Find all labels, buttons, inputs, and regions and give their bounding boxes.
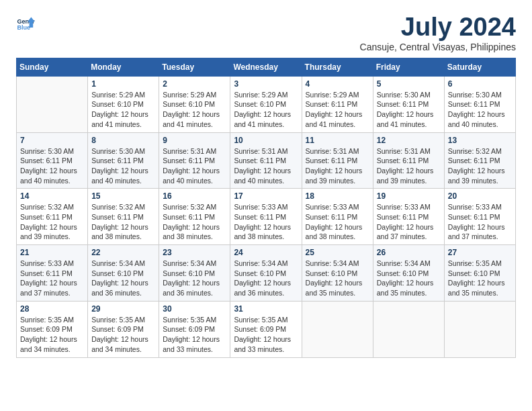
calendar-cell (302, 301, 373, 357)
calendar-cell: 16Sunrise: 5:32 AM Sunset: 6:11 PM Dayli… (159, 189, 230, 245)
calendar-cell: 6Sunrise: 5:30 AM Sunset: 6:11 PM Daylig… (444, 76, 515, 132)
calendar-cell: 8Sunrise: 5:30 AM Sunset: 6:11 PM Daylig… (88, 132, 159, 189)
calendar-body: 1Sunrise: 5:29 AM Sunset: 6:10 PM Daylig… (17, 76, 516, 357)
day-number: 14 (20, 191, 84, 201)
calendar-cell: 17Sunrise: 5:33 AM Sunset: 6:11 PM Dayli… (230, 189, 302, 245)
day-number: 28 (20, 304, 84, 314)
calendar-cell: 11Sunrise: 5:31 AM Sunset: 6:11 PM Dayli… (302, 132, 373, 189)
day-info: Sunrise: 5:29 AM Sunset: 6:10 PM Dayligh… (234, 90, 298, 130)
day-number: 27 (448, 248, 512, 257)
day-info: Sunrise: 5:33 AM Sunset: 6:11 PM Dayligh… (448, 202, 512, 242)
calendar-cell: 19Sunrise: 5:33 AM Sunset: 6:11 PM Dayli… (373, 189, 444, 245)
day-number: 6 (448, 79, 512, 89)
calendar-table: Sunday Monday Tuesday Wednesday Thursday… (16, 58, 516, 358)
calendar-cell: 31Sunrise: 5:35 AM Sunset: 6:09 PM Dayli… (230, 301, 302, 357)
day-number: 8 (91, 136, 155, 145)
calendar-cell (373, 301, 444, 357)
calendar-cell: 10Sunrise: 5:31 AM Sunset: 6:11 PM Dayli… (230, 132, 302, 189)
logo: General Blue (16, 13, 35, 32)
calendar-week-row: 7Sunrise: 5:30 AM Sunset: 6:11 PM Daylig… (17, 132, 516, 189)
calendar-week-row: 1Sunrise: 5:29 AM Sunset: 6:10 PM Daylig… (17, 76, 516, 132)
page-header: General Blue July 2024 Cansuje, Central … (16, 13, 516, 52)
day-info: Sunrise: 5:29 AM Sunset: 6:10 PM Dayligh… (163, 90, 226, 130)
day-info: Sunrise: 5:29 AM Sunset: 6:10 PM Dayligh… (91, 90, 155, 130)
calendar-cell: 13Sunrise: 5:32 AM Sunset: 6:11 PM Dayli… (444, 132, 515, 189)
calendar-week-row: 28Sunrise: 5:35 AM Sunset: 6:09 PM Dayli… (17, 301, 516, 357)
day-number: 7 (20, 136, 84, 145)
day-info: Sunrise: 5:35 AM Sunset: 6:09 PM Dayligh… (163, 315, 226, 355)
col-sunday: Sunday (17, 58, 88, 76)
calendar-cell: 29Sunrise: 5:35 AM Sunset: 6:09 PM Dayli… (88, 301, 159, 357)
day-info: Sunrise: 5:29 AM Sunset: 6:11 PM Dayligh… (306, 90, 369, 130)
day-info: Sunrise: 5:34 AM Sunset: 6:10 PM Dayligh… (377, 259, 441, 298)
day-info: Sunrise: 5:34 AM Sunset: 6:10 PM Dayligh… (234, 259, 298, 298)
title-area: July 2024 Cansuje, Central Visayas, Phil… (360, 13, 516, 52)
day-info: Sunrise: 5:34 AM Sunset: 6:10 PM Dayligh… (163, 259, 226, 298)
calendar-cell: 15Sunrise: 5:32 AM Sunset: 6:11 PM Dayli… (88, 189, 159, 245)
day-number: 10 (234, 136, 298, 145)
header-row: Sunday Monday Tuesday Wednesday Thursday… (17, 58, 516, 76)
col-friday: Friday (373, 58, 444, 76)
day-number: 4 (306, 79, 369, 89)
day-info: Sunrise: 5:30 AM Sunset: 6:11 PM Dayligh… (91, 146, 155, 186)
day-number: 21 (20, 248, 84, 257)
day-number: 25 (306, 248, 369, 257)
day-number: 1 (91, 79, 155, 89)
calendar-week-row: 21Sunrise: 5:33 AM Sunset: 6:11 PM Dayli… (17, 245, 516, 302)
col-wednesday: Wednesday (230, 58, 302, 76)
day-number: 15 (91, 191, 155, 201)
day-info: Sunrise: 5:30 AM Sunset: 6:11 PM Dayligh… (377, 90, 441, 130)
day-info: Sunrise: 5:31 AM Sunset: 6:11 PM Dayligh… (163, 146, 226, 186)
day-number: 20 (448, 191, 512, 201)
calendar-cell: 18Sunrise: 5:33 AM Sunset: 6:11 PM Dayli… (302, 189, 373, 245)
calendar-cell: 20Sunrise: 5:33 AM Sunset: 6:11 PM Dayli… (444, 189, 515, 245)
day-number: 17 (234, 191, 298, 201)
day-number: 26 (377, 248, 441, 257)
day-number: 5 (377, 79, 441, 89)
day-number: 12 (377, 136, 441, 145)
day-info: Sunrise: 5:33 AM Sunset: 6:11 PM Dayligh… (20, 259, 84, 298)
day-number: 22 (91, 248, 155, 257)
location-subtitle: Cansuje, Central Visayas, Philippines (360, 42, 516, 52)
day-info: Sunrise: 5:31 AM Sunset: 6:11 PM Dayligh… (377, 146, 441, 186)
day-number: 9 (163, 136, 226, 145)
calendar-cell: 23Sunrise: 5:34 AM Sunset: 6:10 PM Dayli… (159, 245, 230, 302)
calendar-cell (444, 301, 515, 357)
day-number: 24 (234, 248, 298, 257)
day-info: Sunrise: 5:34 AM Sunset: 6:10 PM Dayligh… (306, 259, 369, 298)
calendar-cell: 30Sunrise: 5:35 AM Sunset: 6:09 PM Dayli… (159, 301, 230, 357)
day-info: Sunrise: 5:32 AM Sunset: 6:11 PM Dayligh… (20, 202, 84, 242)
calendar-cell: 26Sunrise: 5:34 AM Sunset: 6:10 PM Dayli… (373, 245, 444, 302)
day-number: 23 (163, 248, 226, 257)
calendar-cell (17, 76, 88, 132)
day-info: Sunrise: 5:35 AM Sunset: 6:09 PM Dayligh… (91, 315, 155, 355)
day-number: 31 (234, 304, 298, 314)
day-number: 30 (163, 304, 226, 314)
col-monday: Monday (88, 58, 159, 76)
day-number: 2 (163, 79, 226, 89)
calendar-cell: 28Sunrise: 5:35 AM Sunset: 6:09 PM Dayli… (17, 301, 88, 357)
col-tuesday: Tuesday (159, 58, 230, 76)
day-info: Sunrise: 5:33 AM Sunset: 6:11 PM Dayligh… (306, 202, 369, 242)
day-info: Sunrise: 5:32 AM Sunset: 6:11 PM Dayligh… (163, 202, 226, 242)
logo-icon: General Blue (16, 13, 35, 32)
day-number: 18 (306, 191, 369, 201)
calendar-cell: 7Sunrise: 5:30 AM Sunset: 6:11 PM Daylig… (17, 132, 88, 189)
day-info: Sunrise: 5:34 AM Sunset: 6:10 PM Dayligh… (91, 259, 155, 298)
day-info: Sunrise: 5:32 AM Sunset: 6:11 PM Dayligh… (91, 202, 155, 242)
day-number: 3 (234, 79, 298, 89)
col-thursday: Thursday (302, 58, 373, 76)
day-number: 16 (163, 191, 226, 201)
calendar-cell: 12Sunrise: 5:31 AM Sunset: 6:11 PM Dayli… (373, 132, 444, 189)
day-info: Sunrise: 5:30 AM Sunset: 6:11 PM Dayligh… (20, 146, 84, 186)
calendar-cell: 5Sunrise: 5:30 AM Sunset: 6:11 PM Daylig… (373, 76, 444, 132)
day-number: 19 (377, 191, 441, 201)
day-info: Sunrise: 5:33 AM Sunset: 6:11 PM Dayligh… (234, 202, 298, 242)
calendar-cell: 24Sunrise: 5:34 AM Sunset: 6:10 PM Dayli… (230, 245, 302, 302)
day-number: 13 (448, 136, 512, 145)
day-info: Sunrise: 5:32 AM Sunset: 6:11 PM Dayligh… (448, 146, 512, 186)
calendar-title: July 2024 (360, 13, 516, 42)
col-saturday: Saturday (444, 58, 515, 76)
day-info: Sunrise: 5:35 AM Sunset: 6:10 PM Dayligh… (448, 259, 512, 298)
calendar-cell: 27Sunrise: 5:35 AM Sunset: 6:10 PM Dayli… (444, 245, 515, 302)
